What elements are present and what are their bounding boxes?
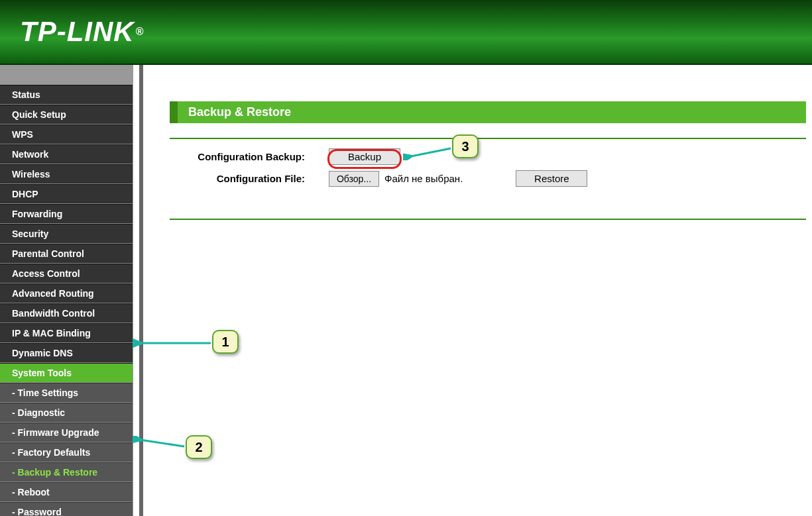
divider [133, 65, 139, 516]
main-layout: Status Quick Setup WPS Network Wireless … [0, 65, 812, 516]
sidebar-item-ip-mac-binding[interactable]: IP & MAC Binding [0, 323, 133, 343]
sidebar-item-parental-control[interactable]: Parental Control [0, 244, 133, 264]
sidebar-item-forwarding[interactable]: Forwarding [0, 204, 133, 224]
sidebar-sub-firmware-upgrade[interactable]: - Firmware Upgrade [0, 423, 133, 442]
callout-1: 1 [212, 330, 239, 354]
row-config-file: Configuration File: Обзор... Файл не выб… [170, 170, 806, 187]
browse-button[interactable]: Обзор... [329, 171, 379, 187]
label-config-backup: Configuration Backup: [170, 151, 309, 162]
sidebar-item-wireless[interactable]: Wireless [0, 164, 133, 184]
backup-button[interactable]: Backup [329, 148, 400, 165]
registered-icon: ® [136, 26, 145, 38]
sidebar-item-network[interactable]: Network [0, 144, 133, 164]
callout-2: 2 [186, 435, 212, 459]
sidebar-item-advanced-routing[interactable]: Advanced Routing [0, 284, 133, 303]
sidebar-sub-time-settings[interactable]: - Time Settings [0, 383, 133, 403]
page-title: Backup & Restore [170, 101, 806, 123]
sidebar-item-bandwidth-control[interactable]: Bandwidth Control [0, 303, 133, 323]
separator [170, 219, 806, 220]
sidebar-sub-password[interactable]: - Password [0, 502, 133, 516]
sidebar-gap [0, 65, 133, 85]
brand-logo: TP-LINK® [20, 16, 144, 48]
sidebar-item-system-tools[interactable]: System Tools [0, 363, 133, 383]
sidebar-item-wps[interactable]: WPS [0, 125, 133, 144]
callout-3: 3 [452, 134, 479, 158]
file-status-text: Файл не выбран. [384, 173, 463, 184]
sidebar-item-security[interactable]: Security [0, 224, 133, 244]
brand-text: TP-LINK [20, 16, 135, 48]
sidebar-item-dynamic-dns[interactable]: Dynamic DNS [0, 343, 133, 363]
restore-button[interactable]: Restore [516, 170, 587, 187]
sidebar-sub-factory-defaults[interactable]: - Factory Defaults [0, 442, 133, 462]
sidebar-sub-reboot[interactable]: - Reboot [0, 482, 133, 502]
content-area: Backup & Restore Configuration Backup: B… [143, 65, 812, 516]
controls-backup: Backup [309, 148, 400, 165]
sidebar-item-quick-setup[interactable]: Quick Setup [0, 105, 133, 125]
row-config-backup: Configuration Backup: Backup [170, 148, 806, 165]
sidebar-item-access-control[interactable]: Access Control [0, 264, 133, 284]
app-header: TP-LINK® [0, 0, 812, 65]
sidebar-sub-backup-restore[interactable]: - Backup & Restore [0, 462, 133, 482]
controls-file: Обзор... Файл не выбран. Restore [309, 170, 587, 187]
label-config-file: Configuration File: [170, 173, 309, 184]
sidebar-sub-diagnostic[interactable]: - Diagnostic [0, 403, 133, 423]
form-area: Configuration Backup: Backup Configurati… [170, 139, 806, 204]
sidebar-item-status[interactable]: Status [0, 85, 133, 105]
sidebar: Status Quick Setup WPS Network Wireless … [0, 65, 133, 516]
sidebar-item-dhcp[interactable]: DHCP [0, 184, 133, 204]
